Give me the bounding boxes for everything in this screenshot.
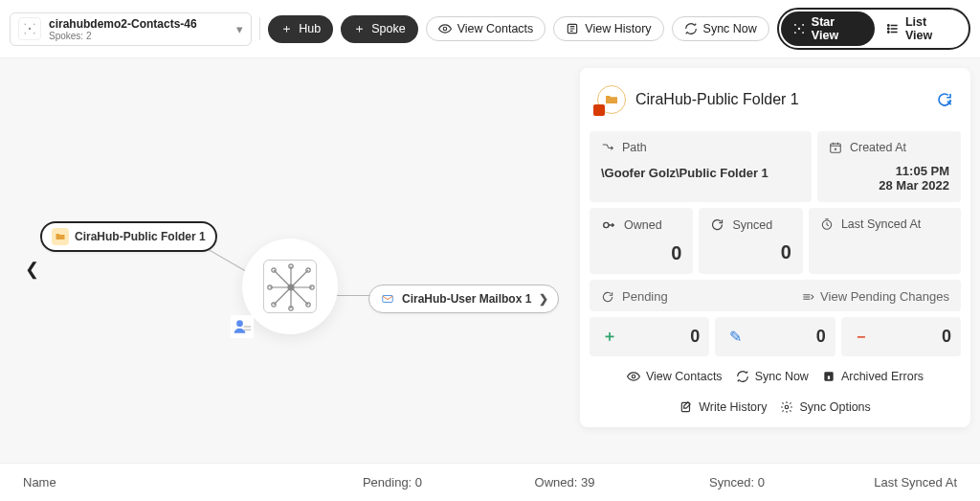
last-synced-tile: Last Synced At: [809, 208, 961, 274]
svg-point-12: [888, 25, 890, 27]
svg-rect-27: [383, 296, 393, 303]
path-label: Path: [622, 141, 647, 154]
spoke-a-label: CiraHub-Public Folder 1: [75, 230, 206, 243]
hub-picker-subtitle: Spokes: 2: [49, 31, 197, 41]
owned-value: 0: [601, 242, 681, 264]
pending-add-value: 0: [690, 327, 700, 347]
star-view-label: Star View: [812, 15, 863, 42]
column-owned[interactable]: Owned: 39: [479, 475, 651, 490]
add-hub-button[interactable]: ＋ Hub: [268, 15, 333, 43]
view-history-button[interactable]: View History: [553, 16, 663, 41]
divider: [259, 17, 260, 40]
panel-title: CiraHub-Public Folder 1: [635, 91, 799, 108]
top-toolbar: cirahubdemo2-Contacts-46 Spokes: 2 ▾ ＋ H…: [0, 0, 980, 58]
spoke-b-node[interactable]: CiraHub-User Mailbox 1 ❯: [368, 285, 559, 313]
panel-sync-now-label: Sync Now: [755, 370, 809, 383]
key-icon: [601, 217, 616, 233]
panel-sync-options-button[interactable]: Sync Options: [780, 400, 870, 414]
svg-point-34: [786, 405, 790, 409]
sync-icon: [710, 217, 724, 232]
svg-rect-25: [244, 326, 251, 328]
last-synced-label: Last Synced At: [841, 217, 921, 231]
pending-edit-tile: ✎ 0: [715, 317, 835, 356]
svg-point-8: [794, 24, 796, 26]
view-pending-changes-link[interactable]: View Pending Changes: [801, 289, 949, 304]
panel-view-contacts-label: View Contacts: [646, 370, 723, 383]
pending-add-tile: ＋ 0: [590, 317, 709, 356]
svg-point-9: [802, 24, 804, 26]
calendar-icon: [829, 141, 842, 154]
svg-point-4: [33, 33, 35, 34]
hub-picker[interactable]: cirahubdemo2-Contacts-46 Spokes: 2 ▾: [10, 12, 252, 46]
panel-write-history-button[interactable]: Write History: [679, 400, 767, 414]
chevron-right-icon: ❯: [539, 292, 548, 306]
refresh-button[interactable]: [936, 91, 953, 108]
column-synced[interactable]: Synced: 0: [651, 475, 823, 490]
clock-icon: [820, 217, 834, 231]
mailbox-icon: [379, 290, 396, 307]
pending-label: Pending: [622, 289, 668, 304]
hub-node[interactable]: [242, 239, 338, 334]
panel-actions: View Contacts Sync Now Archived Errors W…: [590, 356, 961, 418]
path-value: \Goofer Golz\Public Folder 1: [601, 166, 800, 180]
created-date: 28 Mar 2022: [829, 178, 949, 193]
plus-icon: ＋: [353, 21, 366, 37]
owned-tile: Owned 0: [590, 208, 693, 274]
owned-label: Owned: [624, 218, 662, 232]
panel-write-history-label: Write History: [699, 400, 767, 414]
view-contacts-label: View Contacts: [457, 22, 534, 35]
created-time: 11:05 PM: [829, 164, 949, 178]
add-spoke-label: Spoke: [371, 22, 405, 35]
hub-node-icon: [263, 260, 317, 313]
column-name[interactable]: Name: [23, 475, 306, 490]
star-graph[interactable]: ❮ CiraHub-Public Folder 1 CiraHub-User M…: [0, 58, 565, 480]
panel-header: CiraHub-Public Folder 1: [590, 78, 961, 127]
svg-point-14: [888, 32, 890, 34]
eye-icon: [438, 22, 452, 35]
pending-edit-value: 0: [816, 327, 826, 347]
svg-point-13: [888, 28, 890, 30]
history-icon: [566, 22, 579, 35]
svg-point-11: [802, 32, 804, 34]
svg-rect-26: [244, 330, 251, 331]
contacts-badge-icon: [231, 315, 254, 338]
synced-tile: Synced 0: [699, 208, 802, 274]
view-pending-label: View Pending Changes: [820, 289, 949, 304]
pending-remove-value: 0: [942, 327, 951, 347]
hub-picker-text: cirahubdemo2-Contacts-46 Spokes: 2: [49, 17, 197, 41]
view-contacts-button[interactable]: View Contacts: [426, 16, 546, 41]
sync-icon: [736, 370, 749, 383]
add-spoke-button[interactable]: ＋ Spoke: [341, 15, 417, 43]
panel-archived-errors-button[interactable]: Archived Errors: [822, 370, 924, 383]
add-hub-label: Hub: [299, 22, 321, 35]
sync-now-button[interactable]: Sync Now: [672, 16, 769, 41]
panel-sync-options-label: Sync Options: [799, 400, 870, 414]
archive-icon: [822, 370, 835, 383]
view-mode-toggle: Star View List View: [777, 8, 970, 50]
footer-columns: Name Pending: 0 Owned: 39 Synced: 0 Last…: [0, 463, 980, 501]
created-label: Created At: [850, 141, 906, 154]
panel-view-contacts-button[interactable]: View Contacts: [627, 370, 723, 383]
o365-badge-icon: [593, 104, 605, 116]
synced-value: 0: [710, 241, 791, 263]
folder-icon: [52, 228, 69, 245]
pending-remove-tile: − 0: [841, 317, 961, 356]
column-last-synced[interactable]: Last Synced At: [823, 475, 957, 490]
prev-arrow[interactable]: ❮: [21, 255, 43, 284]
pending-header-tile: Pending View Pending Changes: [590, 280, 961, 311]
column-pending[interactable]: Pending: 0: [306, 475, 479, 490]
list-view-tab[interactable]: List View: [875, 11, 967, 46]
synced-label: Synced: [732, 218, 772, 232]
spoke-b-label: CiraHub-User Mailbox 1: [402, 292, 531, 306]
star-view-tab[interactable]: Star View: [781, 11, 875, 46]
path-tile: Path \Goofer Golz\Public Folder 1: [590, 131, 812, 202]
panel-sync-now-button[interactable]: Sync Now: [736, 370, 809, 383]
svg-point-24: [236, 320, 243, 327]
svg-point-29: [604, 222, 609, 227]
edit-icon: [679, 400, 693, 414]
gear-icon: [780, 400, 793, 414]
svg-point-5: [443, 27, 447, 31]
sync-now-label: Sync Now: [703, 22, 757, 35]
spoke-a-node[interactable]: CiraHub-Public Folder 1: [40, 221, 217, 252]
pencil-icon: ✎: [724, 328, 746, 346]
